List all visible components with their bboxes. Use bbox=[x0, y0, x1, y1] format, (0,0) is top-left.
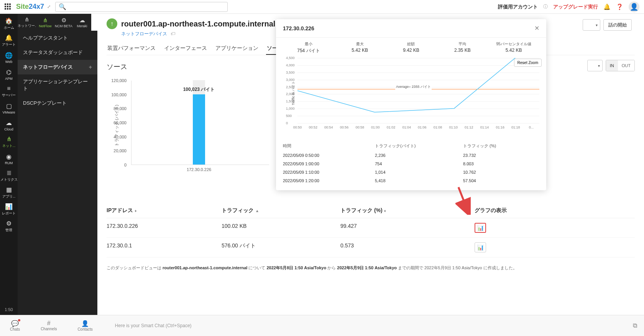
rail-item-5[interactable]: ▢VMware bbox=[0, 100, 18, 117]
bar-ytick: 120,000 bbox=[111, 78, 127, 83]
info-icon[interactable]: ⓘ bbox=[543, 3, 548, 10]
rail-item-11[interactable]: 📊レポート bbox=[0, 201, 18, 218]
help-icon[interactable]: ❓ bbox=[616, 3, 623, 10]
pt-col-pct: トラフィック (%) bbox=[463, 143, 528, 149]
strip-item-0[interactable]: ⋔ネットワー. bbox=[18, 14, 36, 31]
lc-ytick: 1,000 bbox=[286, 107, 295, 110]
bar-ytick: 60,000 bbox=[113, 120, 127, 125]
bar-xlabel: 172.30.0.226 bbox=[187, 167, 211, 172]
lc-ytick: 2,500 bbox=[286, 85, 295, 89]
rail-item-6[interactable]: ☁Cloud bbox=[0, 117, 18, 133]
rail-item-4[interactable]: ≡サーバー bbox=[0, 83, 18, 100]
search-box[interactable]: 🔍 bbox=[55, 2, 228, 12]
apps-grid-icon[interactable] bbox=[5, 3, 12, 10]
expand-icon[interactable]: ⤢ bbox=[47, 4, 51, 9]
lc-xtick: 0... bbox=[529, 125, 534, 129]
dropdown-1[interactable] bbox=[583, 19, 600, 31]
lc-xtick: 01:02 bbox=[387, 125, 396, 129]
reset-zoom-button[interactable]: Reset Zoom bbox=[514, 59, 542, 67]
rail-item-7[interactable]: ⋔ネット... bbox=[0, 133, 18, 150]
lc-xtick: 01:00 bbox=[371, 125, 380, 129]
pt-col-time: 時間 bbox=[283, 143, 375, 149]
account-label: 評価用アカウント bbox=[498, 3, 538, 10]
side-menu: ヘルプアシスタントステータスダッシュボードネットフローデバイス+アプリケーション… bbox=[18, 31, 97, 315]
rail-icon: ≡ bbox=[7, 85, 10, 92]
start-talk-button[interactable]: 話の開始 bbox=[603, 19, 632, 31]
rail-icon: ◉ bbox=[6, 153, 12, 160]
detail-popup: 172.30.0.226 ✕ 最小754 バイト最大5.42 KB総額9.42 … bbox=[276, 19, 546, 190]
menu-item-1[interactable]: ステータスダッシュボード bbox=[18, 45, 97, 60]
dock-item-channels[interactable]: #Channels bbox=[41, 320, 57, 331]
popup-title: 172.30.0.226 bbox=[283, 25, 314, 31]
breadcrumb-link[interactable]: ネットフローデバイス bbox=[121, 31, 167, 36]
toggle-in[interactable]: IN bbox=[606, 60, 618, 71]
close-icon[interactable]: ✕ bbox=[534, 25, 539, 32]
avatar[interactable]: 👤 bbox=[629, 2, 639, 12]
show-graph-icon[interactable]: 📊 bbox=[475, 242, 486, 252]
show-graph-icon[interactable]: 📊 bbox=[475, 223, 486, 233]
dropdown-2[interactable] bbox=[587, 60, 603, 71]
strip-item-3[interactable]: ☁Meraki bbox=[73, 14, 91, 31]
toggle-out[interactable]: OUT bbox=[618, 60, 634, 71]
lc-xtick: 01:14 bbox=[480, 125, 489, 129]
rail-item-2[interactable]: 🌐Web bbox=[0, 49, 18, 66]
lc-xtick: 01:16 bbox=[496, 125, 504, 129]
icon-strip: ⋔ネットワー.⋔NetFlow⚙NCM BETA☁Meraki bbox=[18, 14, 91, 31]
lc-ytick: 4,500 bbox=[286, 56, 295, 60]
rail-item-10[interactable]: ▦アプリ... bbox=[0, 184, 18, 201]
menu-item-2[interactable]: ネットフローデバイス+ bbox=[18, 60, 97, 74]
dock-expand-icon[interactable]: ⧉ bbox=[633, 322, 644, 329]
tab-0[interactable]: 装置パフォーマンス bbox=[107, 43, 156, 55]
strip-item-2[interactable]: ⚙NCM BETA bbox=[54, 14, 73, 31]
pt-row: 2022/05/09 0:50:002,23623.732 bbox=[283, 151, 539, 160]
rail-item-9[interactable]: ≣メトリクス bbox=[0, 167, 18, 184]
bar-ytick: 80,000 bbox=[113, 106, 127, 111]
sort-icon: ♦ bbox=[384, 209, 386, 213]
upgrade-link[interactable]: アップグレード実行 bbox=[553, 3, 598, 10]
dock-icon: 👤 bbox=[81, 320, 89, 327]
rail-icon: ⌬ bbox=[6, 69, 12, 76]
tab-2[interactable]: アプリケーション bbox=[215, 43, 259, 55]
footer-note: このダッシュボードビューは router001.ap-northeast-1.c… bbox=[107, 265, 635, 271]
bar-chart: トラフィック (バイト) 020,00040,00060,00080,00010… bbox=[107, 81, 283, 188]
bar-ytick: 20,000 bbox=[113, 148, 127, 153]
rail-item-1[interactable]: 🔔アラート bbox=[0, 32, 18, 49]
topbar: Site24x7 ⤢ 🔍 評価用アカウント ⓘ アップグレード実行 🔔 ❓ 👤 bbox=[0, 0, 644, 14]
rail-time: 1:50 bbox=[5, 307, 13, 315]
rail-item-12[interactable]: ⚙管理 bbox=[0, 218, 18, 235]
rail-icon: ⋔ bbox=[7, 135, 12, 143]
dock-item-contacts[interactable]: 👤Contacts bbox=[77, 320, 92, 331]
bar[interactable] bbox=[193, 94, 205, 165]
rail-icon: ▢ bbox=[6, 102, 12, 110]
col-pct[interactable]: トラフィック (%)♦ bbox=[340, 207, 475, 214]
plus-icon[interactable]: + bbox=[89, 64, 92, 70]
lc-xtick: 01:18 bbox=[511, 125, 520, 129]
tag-icon[interactable]: 🏷 bbox=[171, 31, 175, 36]
strip-item-1[interactable]: ⋔NetFlow bbox=[36, 14, 54, 31]
rail-item-8[interactable]: ◉RUM bbox=[0, 150, 18, 167]
menu-item-3[interactable]: アプリケーションテンプレート bbox=[18, 74, 97, 96]
col-traffic[interactable]: トラフィック▲ bbox=[222, 207, 340, 214]
table-row: 172.30.0.1576.00 バイト0.573📊 bbox=[107, 238, 635, 257]
rail-icon: ▦ bbox=[6, 186, 12, 193]
bell-icon[interactable]: 🔔 bbox=[603, 3, 611, 10]
rail-item-0[interactable]: 🏠ホーム bbox=[0, 15, 18, 32]
bottom-dock: 💬Chats#Channels👤Contacts Here is your Sm… bbox=[0, 315, 644, 336]
popup-table: 時間 トラフィック(バイト) トラフィック (%) 2022/05/09 0:5… bbox=[276, 138, 546, 190]
smart-chat-hint: Here is your Smart Chat (Ctrl+Space) bbox=[115, 323, 192, 328]
strip-icon: ⋔ bbox=[43, 17, 48, 24]
pt-row: 2022/05/09 1:10:001,01410.762 bbox=[283, 168, 539, 176]
search-input[interactable] bbox=[69, 4, 224, 10]
rail-item-3[interactable]: ⌬APM bbox=[0, 66, 18, 83]
menu-item-4[interactable]: DSCPテンプレート bbox=[18, 96, 97, 110]
col-ip[interactable]: IPアドレス♦ bbox=[107, 207, 222, 214]
rail-icon: 📊 bbox=[5, 203, 13, 210]
dock-item-chats[interactable]: 💬Chats bbox=[10, 320, 20, 331]
stat: 95パーセンタイル値5.42 KB bbox=[488, 41, 539, 54]
tab-1[interactable]: インターフェース bbox=[163, 43, 208, 55]
menu-item-0[interactable]: ヘルプアシスタント bbox=[18, 31, 97, 45]
strip-icon: ⚙ bbox=[61, 17, 66, 24]
bar-ytick: 40,000 bbox=[113, 135, 127, 139]
strip-icon: ⋔ bbox=[25, 16, 30, 23]
rail-icon: 🏠 bbox=[5, 17, 13, 25]
